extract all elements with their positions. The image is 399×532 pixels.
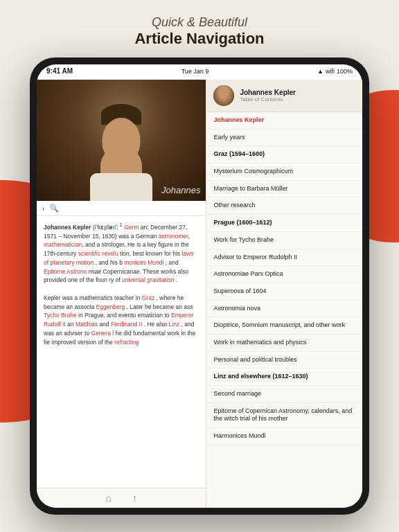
toc-item[interactable]: Johannes Kepler [206, 112, 362, 130]
article-link-brahe[interactable]: Tycho Brahe [44, 312, 77, 319]
search-button[interactable]: 🔍 [49, 204, 59, 213]
toc-item[interactable]: Work in mathematics and physics [206, 335, 362, 352]
toc-item[interactable]: Linz and elsewhere (1612–1630) [206, 369, 362, 386]
article-link-astronomer[interactable]: astronomer [159, 233, 188, 240]
toc-item[interactable]: Supernova of 1604 [206, 283, 362, 301]
wifi-icon: wifi [326, 68, 335, 75]
toc-header: Johannes Kepler Table of Contents [206, 80, 362, 112]
toc-item[interactable]: Early years [206, 130, 362, 147]
status-bar: 9:41 AM Tue Jan 9 ▲ wifi 100% [37, 64, 362, 78]
toc-item[interactable]: Astronomia nova [206, 301, 362, 318]
toc-person-name: Johannes Kepler [240, 89, 355, 96]
toc-item[interactable]: Dioptrice, Somnium manuscript, and other… [206, 317, 362, 335]
article-para2-3: . Later he became an ass [127, 303, 193, 310]
article-para2-6: an [67, 321, 73, 328]
battery-icon: 100% [337, 68, 353, 75]
share-button[interactable]: ↑ [132, 493, 137, 504]
header-title: Article Navigation [14, 30, 385, 48]
toc-item[interactable]: Advisor to Emperor Rudolph II [206, 249, 362, 267]
toc-item[interactable]: Other research [206, 197, 362, 215]
signal-icon: ▲ [317, 68, 323, 75]
toc-item[interactable]: Work for Tycho Brahe [206, 232, 362, 249]
article-body-4: , and [166, 259, 179, 266]
article-link-revolution[interactable]: scientific revolu [78, 250, 118, 257]
article-para2-8: . He also [144, 321, 169, 328]
status-time: 9:41 AM [46, 67, 73, 75]
article-link-ferdinand[interactable]: Ferdinand II [111, 321, 142, 328]
article-toolbar: ‹ 🔍 [37, 201, 206, 216]
toc-subtitle: Table of Contents [240, 96, 355, 103]
article-para2-7: and [99, 321, 111, 328]
article-link-epitome[interactable]: Epitome Astrono [44, 268, 87, 275]
toc-avatar [213, 85, 234, 106]
toc-item[interactable]: Epitome of Copernican Astronomy, calenda… [206, 403, 362, 428]
toc-item[interactable]: Personal and political troubles [206, 352, 362, 369]
article-bottom-nav: ⌂ ↑ [37, 488, 206, 508]
article-body-2: tion, best known for his [120, 250, 181, 257]
toc-item[interactable]: Harmonices Mundi [206, 428, 362, 445]
article-body-3: , and his b [96, 259, 123, 266]
article-panel: Johannes ‹ 🔍 Johannes Kepler (/ˈkɛplər/;… [37, 80, 206, 508]
article-link-gravitation[interactable]: universal gravitation [122, 276, 175, 283]
article-body-6: ry of [109, 276, 122, 283]
toc-item[interactable]: Second marriage [206, 386, 362, 403]
article-link-graz[interactable]: Graz [142, 294, 154, 301]
back-button[interactable]: ‹ [42, 204, 45, 213]
article-period-1: . [176, 276, 177, 283]
toc-item[interactable]: Prague (1600–1612) [206, 215, 362, 232]
toc-list: Johannes KeplerEarly yearsGraz (1594–160… [206, 112, 362, 508]
article-link-linz[interactable]: Linz [169, 321, 180, 328]
portrait-collar [90, 173, 152, 201]
article-link-matthias[interactable]: Matthias [76, 321, 98, 328]
toc-avatar-image [213, 85, 234, 106]
toc-header-info: Johannes Kepler Table of Contents [240, 89, 355, 103]
device-frame: 9:41 AM Tue Jan 9 ▲ wifi 100% [30, 57, 369, 515]
status-date: Tue Jan 9 [181, 68, 209, 75]
article-link-eggenberg[interactable]: Eggenberg [96, 303, 125, 310]
status-icons: ▲ wifi 100% [317, 68, 353, 75]
article-link-genera[interactable]: Genera [91, 330, 111, 337]
article-link-harmonices[interactable]: monices Mundi [124, 259, 163, 266]
article-pronunciation: (/ˈkɛplər/; 1 Germ [93, 224, 139, 231]
article-para2-4: in Prague, and eventu [78, 312, 136, 319]
article-para2-5: ematician to [138, 312, 171, 319]
hero-image: Johannes [37, 80, 206, 201]
toc-item[interactable]: Graz (1594–1600) [206, 146, 362, 163]
device-screen: 9:41 AM Tue Jan 9 ▲ wifi 100% [37, 64, 362, 508]
toc-panel: Johannes Kepler Table of Contents Johann… [206, 80, 362, 508]
hero-name: Johannes [161, 185, 200, 195]
article-para2-11: improved version of the [51, 339, 114, 346]
home-button[interactable]: ⌂ [105, 493, 111, 504]
toc-item[interactable]: Astronomiae Pars Optica [206, 266, 362, 283]
content-area: Johannes ‹ 🔍 Johannes Kepler (/ˈkɛplər/;… [37, 80, 362, 508]
article-subject-name: Johannes Kepler [44, 224, 91, 231]
header-subtitle: Quick & Beautiful [14, 15, 385, 30]
page-header: Quick & Beautiful Article Navigation [0, 0, 399, 57]
toc-item[interactable]: Marriage to Barbara Müller [206, 181, 362, 198]
article-link-mathematician[interactable]: mathematician [44, 241, 82, 248]
article-text-area: Johannes Kepler (/ˈkɛplər/; 1 Germ an; D… [37, 216, 206, 488]
toc-item[interactable]: Mysterium Cosmographicum [206, 163, 362, 181]
article-link-refracting[interactable]: refracting [114, 339, 139, 346]
article-para2-1: Kepler was a mathematics teacher in [44, 294, 142, 301]
